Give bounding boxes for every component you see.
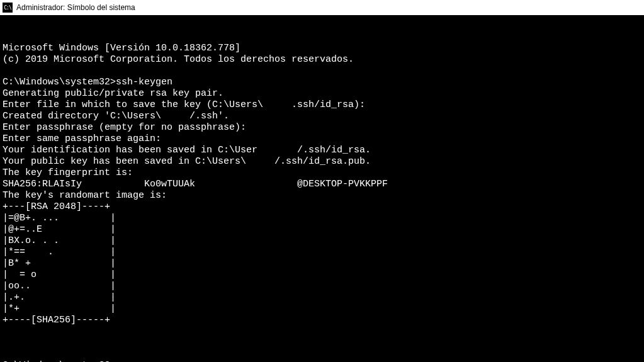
window-title: Administrador: Símbolo del sistema	[16, 3, 135, 12]
terminal-line: |.+. |	[3, 292, 641, 303]
terminal-line	[3, 326, 641, 337]
terminal-lines: Microsoft Windows [Versión 10.0.18362.77…	[3, 43, 641, 337]
terminal-line: +---[RSA 2048]----+	[3, 201, 641, 213]
terminal-line: Your identification has been saved in C:…	[3, 145, 641, 156]
terminal-line: |B* + |	[3, 258, 641, 269]
terminal-line: SHA256:RLAIsIy Ko0wTUUAk @DESKTOP-PVKKPP…	[3, 179, 641, 190]
terminal-line: Created directory 'C:\Users\ /.ssh'.	[3, 111, 641, 122]
terminal-output[interactable]: Microsoft Windows [Versión 10.0.18362.77…	[0, 15, 644, 362]
terminal-line: |=@B+. ... |	[3, 213, 641, 224]
terminal-line: |BX.o. . . |	[3, 235, 641, 247]
terminal-line: (c) 2019 Microsoft Corporation. Todos lo…	[3, 54, 641, 65]
terminal-line: C:\Windows\system32>ssh-keygen	[3, 77, 641, 88]
terminal-line: Generating public/private rsa key pair.	[3, 88, 641, 99]
terminal-line: |@+=..E |	[3, 224, 641, 235]
cmd-icon: C:\	[3, 3, 13, 13]
terminal-line: Microsoft Windows [Versión 10.0.18362.77…	[3, 43, 641, 54]
terminal-line: +----[SHA256]-----+	[3, 315, 641, 326]
terminal-line	[3, 65, 641, 77]
terminal-line: Enter passphrase (empty for no passphras…	[3, 122, 641, 133]
window-title-bar[interactable]: C:\ Administrador: Símbolo del sistema	[0, 0, 644, 15]
terminal-line: Enter same passphrase again:	[3, 133, 641, 145]
terminal-line: |oo.. |	[3, 281, 641, 292]
terminal-line: |*== . |	[3, 247, 641, 258]
terminal-line: Enter file in which to save the key (C:\…	[3, 99, 641, 111]
terminal-line: Your public key has been saved in C:\Use…	[3, 156, 641, 167]
terminal-line: The key fingerprint is:	[3, 167, 641, 179]
terminal-line: The key's randomart image is:	[3, 190, 641, 201]
terminal-line: | = o |	[3, 269, 641, 281]
terminal-line: |*+ |	[3, 303, 641, 315]
